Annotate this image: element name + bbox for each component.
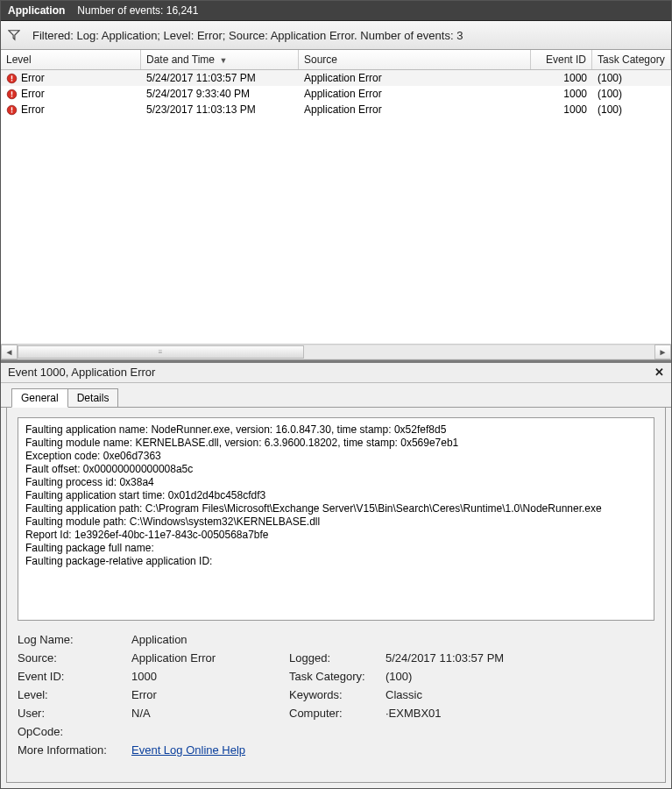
titlebar-event-count: Number of events: 16,241 bbox=[77, 1, 198, 20]
column-header-level[interactable]: Level bbox=[1, 50, 141, 69]
tab-panel-general: Faulting application name: NodeRunner.ex… bbox=[6, 407, 666, 783]
filter-icon bbox=[8, 29, 20, 41]
value-opcode bbox=[131, 725, 289, 738]
event-description-box[interactable]: Faulting application name: NodeRunner.ex… bbox=[18, 417, 654, 621]
column-header-taskcategory[interactable]: Task Category bbox=[592, 50, 671, 69]
cell-source: Application Error bbox=[299, 86, 531, 102]
svg-rect-8 bbox=[11, 107, 12, 110]
grid-row[interactable]: Error 5/24/2017 11:03:57 PM Application … bbox=[1, 70, 671, 86]
scroll-thumb[interactable]: ≡ bbox=[18, 345, 304, 359]
label-computer: Computer: bbox=[289, 707, 386, 720]
scroll-right-icon[interactable]: ► bbox=[654, 345, 671, 359]
cell-eventid: 1000 bbox=[531, 70, 592, 86]
svg-rect-5 bbox=[11, 91, 12, 95]
value-source: Application Error bbox=[131, 651, 289, 665]
value-event-id: 1000 bbox=[131, 670, 289, 683]
cell-source: Application Error bbox=[299, 102, 531, 117]
cell-taskcat: (100) bbox=[592, 70, 671, 86]
horizontal-scrollbar[interactable]: ◄ ≡ ► bbox=[1, 344, 671, 359]
tab-details[interactable]: Details bbox=[67, 388, 119, 408]
label-level: Level: bbox=[18, 688, 131, 701]
cell-taskcat: (100) bbox=[592, 102, 671, 117]
event-grid: Level Date and Time ▼ Source Event ID Ta… bbox=[1, 50, 671, 360]
value-log-name: Application bbox=[131, 633, 289, 646]
error-icon bbox=[6, 104, 18, 116]
titlebar-app-label: Application bbox=[8, 1, 65, 20]
value-user: N/A bbox=[131, 707, 289, 720]
label-user: User: bbox=[18, 707, 131, 720]
filter-text: Filtered: Log: Application; Level: Error… bbox=[32, 29, 463, 42]
scroll-left-icon[interactable]: ◄ bbox=[1, 345, 18, 359]
svg-marker-0 bbox=[9, 31, 19, 40]
value-logged: 5/24/2017 11:03:57 PM bbox=[386, 651, 543, 665]
svg-rect-2 bbox=[11, 75, 12, 79]
filter-bar: Filtered: Log: Application; Level: Error… bbox=[1, 21, 671, 50]
cell-eventid: 1000 bbox=[531, 86, 592, 102]
label-log-name: Log Name: bbox=[18, 633, 131, 646]
grid-row[interactable]: Error 5/23/2017 11:03:13 PM Application … bbox=[1, 102, 671, 117]
label-task-category: Task Category: bbox=[289, 670, 386, 683]
column-header-date[interactable]: Date and Time ▼ bbox=[141, 50, 299, 69]
svg-rect-9 bbox=[11, 111, 12, 112]
event-properties-grid: Log Name: Application Source: Applicatio… bbox=[18, 633, 654, 757]
cell-date: 5/24/2017 11:03:57 PM bbox=[141, 70, 299, 86]
grid-body: Error 5/24/2017 11:03:57 PM Application … bbox=[1, 70, 671, 344]
value-level: Error bbox=[131, 688, 289, 701]
detail-titlebar: Event 1000, Application Error ✕ bbox=[1, 363, 671, 383]
label-more-information: More Information: bbox=[18, 743, 131, 757]
svg-rect-3 bbox=[11, 80, 12, 81]
value-keywords: Classic bbox=[386, 688, 543, 701]
close-icon[interactable]: ✕ bbox=[654, 363, 664, 382]
grid-header: Level Date and Time ▼ Source Event ID Ta… bbox=[1, 50, 671, 70]
tab-strip: General Details bbox=[1, 383, 671, 408]
svg-rect-6 bbox=[11, 96, 12, 96]
cell-level: Error bbox=[21, 70, 45, 86]
event-viewer-window: Application Number of events: 16,241 Fil… bbox=[0, 0, 672, 789]
sort-desc-icon: ▼ bbox=[219, 56, 227, 65]
error-icon bbox=[6, 73, 18, 84]
cell-eventid: 1000 bbox=[531, 102, 592, 117]
column-header-date-label: Date and Time bbox=[146, 53, 215, 66]
value-computer: ·EXMBX01 bbox=[386, 707, 543, 720]
label-source: Source: bbox=[18, 651, 131, 665]
column-header-source[interactable]: Source bbox=[299, 50, 531, 69]
label-event-id: Event ID: bbox=[18, 670, 131, 683]
titlebar: Application Number of events: 16,241 bbox=[1, 1, 671, 21]
column-header-eventid[interactable]: Event ID bbox=[531, 50, 592, 69]
value-task-category: (100) bbox=[386, 670, 543, 683]
cell-date: 5/23/2017 11:03:13 PM bbox=[141, 102, 299, 117]
label-logged: Logged: bbox=[289, 651, 386, 665]
label-keywords: Keywords: bbox=[289, 688, 386, 701]
tab-general[interactable]: General bbox=[11, 388, 68, 408]
scroll-track[interactable]: ≡ bbox=[18, 345, 654, 359]
error-icon bbox=[6, 89, 18, 100]
label-opcode: OpCode: bbox=[18, 725, 131, 738]
link-event-log-online-help[interactable]: Event Log Online Help bbox=[131, 743, 245, 757]
cell-date: 5/24/2017 9:33:40 PM bbox=[141, 86, 299, 102]
detail-pane: Event 1000, Application Error ✕ General … bbox=[1, 360, 671, 788]
cell-level: Error bbox=[21, 102, 45, 117]
cell-taskcat: (100) bbox=[592, 86, 671, 102]
cell-source: Application Error bbox=[299, 70, 531, 86]
cell-level: Error bbox=[21, 86, 45, 102]
grid-row[interactable]: Error 5/24/2017 9:33:40 PM Application E… bbox=[1, 86, 671, 102]
detail-header-text: Event 1000, Application Error bbox=[8, 363, 155, 382]
